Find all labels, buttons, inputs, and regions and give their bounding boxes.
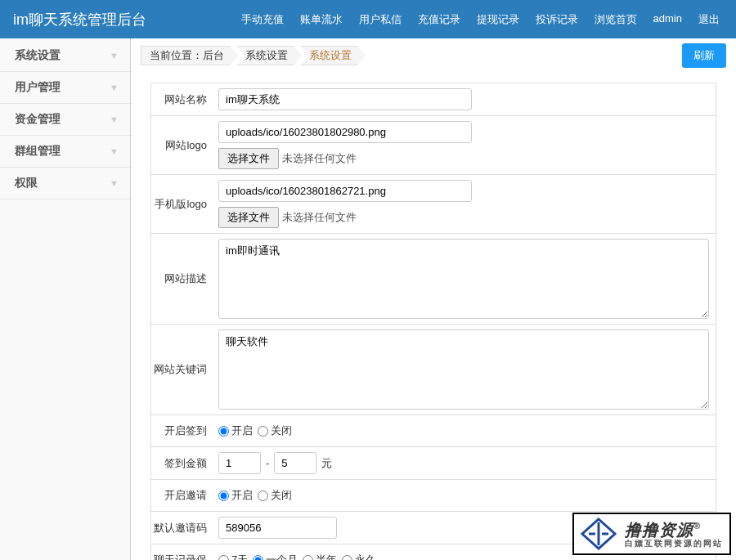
label-default-invite: 默认邀请码 <box>151 513 212 544</box>
breadcrumb-step[interactable]: 系统设置 <box>236 46 302 65</box>
nav-withdraw-record[interactable]: 提现记录 <box>469 12 527 27</box>
site-desc-textarea[interactable]: im即时通讯 <box>218 239 709 319</box>
amount-unit: 元 <box>321 456 332 471</box>
sidebar-item-group[interactable]: 群组管理▼ <box>0 136 130 168</box>
sidebar-item-system[interactable]: 系统设置▼ <box>0 40 130 72</box>
watermark-sub-text: 白嫖互联网资源的网站 <box>625 539 723 548</box>
chevron-down-icon: ▼ <box>110 83 119 92</box>
watermark: 撸撸资源® 白嫖互联网资源的网站 <box>572 513 731 555</box>
chevron-down-icon: ▼ <box>110 146 119 156</box>
chat-keep-1m-radio[interactable]: 一个月 <box>253 553 298 560</box>
nav-logout[interactable]: 退出 <box>690 12 728 27</box>
label-signin-amount: 签到金额 <box>151 448 212 479</box>
signin-off-radio[interactable]: 关闭 <box>258 423 292 438</box>
label-invite-enable: 开启邀请 <box>151 480 212 511</box>
nav-browse-home[interactable]: 浏览首页 <box>586 12 645 27</box>
chat-keep-forever-radio[interactable]: 永久 <box>342 553 376 560</box>
sidebar-item-funds[interactable]: 资金管理▼ <box>0 104 130 136</box>
label-mobile-logo: 手机版logo <box>151 189 212 220</box>
form-wrap: 网站名称 网站logo 选择文件 未选择任何文件 手机版logo <box>131 73 736 560</box>
nav-admin[interactable]: admin <box>645 12 690 27</box>
site-name-input[interactable] <box>218 88 472 110</box>
label-site-logo: 网站logo <box>151 130 212 161</box>
nav-bill-flow[interactable]: 账单流水 <box>292 12 351 27</box>
sidebar-item-label: 权限 <box>15 176 38 190</box>
main-panel: 当前位置：后台 系统设置 系统设置 刷新 网站名称 网站logo 选择文件 未选… <box>131 38 736 560</box>
sidebar-item-permission[interactable]: 权限▼ <box>0 168 130 199</box>
chevron-down-icon: ▼ <box>110 51 119 60</box>
amount-separator: - <box>266 457 269 469</box>
brand-title: im聊天系统管理后台 <box>8 10 146 29</box>
signin-on-radio[interactable]: 开启 <box>218 423 253 438</box>
breadcrumb-step-current: 系统设置 <box>300 46 366 65</box>
breadcrumb: 当前位置：后台 系统设置 系统设置 刷新 <box>131 38 736 73</box>
nav-complaint-record[interactable]: 投诉记录 <box>527 12 586 27</box>
mobile-logo-choose-button[interactable]: 选择文件 <box>218 207 279 228</box>
label-chat-keep: 聊天记录保 <box>151 544 212 560</box>
label-site-name: 网站名称 <box>151 84 212 115</box>
watermark-main-text: 撸撸资源 <box>625 521 693 539</box>
default-invite-input[interactable] <box>218 517 337 539</box>
site-logo-file-status: 未选择任何文件 <box>282 151 357 166</box>
breadcrumb-step[interactable]: 当前位置：后台 <box>141 46 238 65</box>
top-nav: im聊天系统管理后台 手动充值 账单流水 用户私信 充值记录 提现记录 投诉记录… <box>0 0 736 38</box>
sidebar-item-label: 群组管理 <box>15 144 61 159</box>
nav-links: 手动充值 账单流水 用户私信 充值记录 提现记录 投诉记录 浏览首页 admin… <box>233 12 728 27</box>
label-site-desc: 网站描述 <box>151 263 212 294</box>
chevron-down-icon: ▼ <box>110 114 119 124</box>
label-signin-enable: 开启签到 <box>151 415 212 446</box>
sidebar-item-user[interactable]: 用户管理▼ <box>0 72 130 104</box>
chat-keep-7d-radio[interactable]: 7天 <box>218 553 248 560</box>
invite-off-radio[interactable]: 关闭 <box>258 488 292 503</box>
invite-on-radio[interactable]: 开启 <box>218 488 253 503</box>
watermark-sup: ® <box>693 521 701 531</box>
mobile-logo-path-input[interactable] <box>218 180 472 202</box>
chevron-down-icon: ▼ <box>110 178 119 188</box>
mobile-logo-file-status: 未选择任何文件 <box>282 210 357 225</box>
sidebar: 系统设置▼ 用户管理▼ 资金管理▼ 群组管理▼ 权限▼ <box>0 38 131 560</box>
signin-amount-max-input[interactable] <box>274 452 316 474</box>
signin-amount-min-input[interactable] <box>218 452 261 474</box>
site-logo-choose-button[interactable]: 选择文件 <box>218 148 279 169</box>
sidebar-item-label: 用户管理 <box>15 80 61 95</box>
site-keywords-textarea[interactable]: 聊天软件 <box>218 329 709 410</box>
sidebar-item-label: 系统设置 <box>15 48 61 63</box>
refresh-button[interactable]: 刷新 <box>682 43 726 68</box>
nav-recharge-record[interactable]: 充值记录 <box>410 12 469 27</box>
label-site-keywords: 网站关键词 <box>151 354 212 385</box>
nav-user-pm[interactable]: 用户私信 <box>351 12 410 27</box>
watermark-logo-icon <box>581 517 617 550</box>
nav-manual-recharge[interactable]: 手动充值 <box>233 12 292 27</box>
site-logo-path-input[interactable] <box>218 121 472 143</box>
chat-keep-halfyear-radio[interactable]: 半年 <box>303 553 337 560</box>
sidebar-item-label: 资金管理 <box>15 112 61 127</box>
